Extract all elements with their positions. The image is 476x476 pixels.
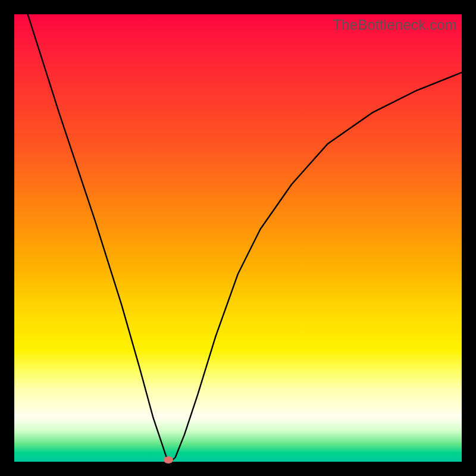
- curve-path: [28, 14, 462, 462]
- minimum-marker: [164, 456, 173, 464]
- watermark-text: TheBottleneck.com: [333, 17, 457, 33]
- bottleneck-curve: [14, 14, 462, 462]
- chart-frame: TheBottleneck.com: [0, 0, 476, 476]
- plot-area: TheBottleneck.com: [14, 14, 462, 462]
